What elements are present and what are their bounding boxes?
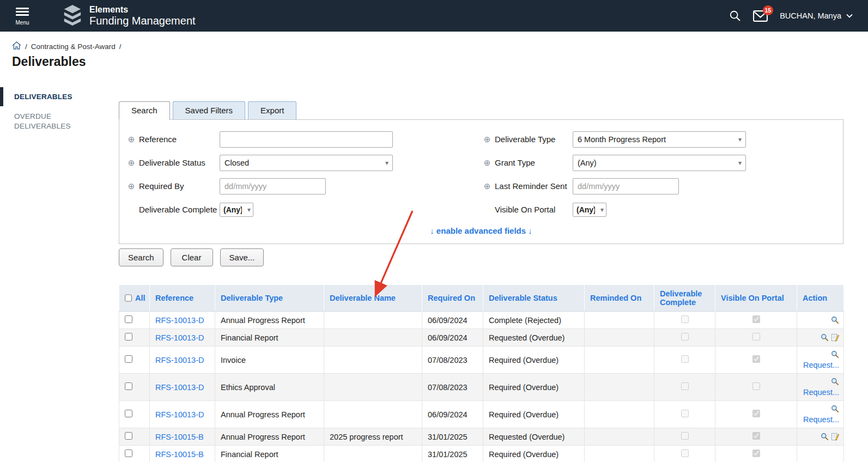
reference-link[interactable]: RFS-10015-B [155, 450, 204, 459]
request-link[interactable]: Request... [803, 361, 839, 369]
required-on-header[interactable]: Required On [422, 285, 483, 312]
brand-product: Funding Management [89, 15, 196, 27]
deliverable-complete-checkbox [681, 315, 689, 323]
deliverable-name-header[interactable]: Deliverable Name [324, 285, 422, 312]
deliverable-name-cell [324, 346, 422, 374]
deliverable-type-field-row: ⊕ Deliverable Type 6 Month Progress Repo… [483, 127, 831, 151]
reference-link[interactable]: RFS-10013-D [155, 383, 204, 392]
view-icon[interactable] [831, 350, 839, 358]
deliverable-status-header[interactable]: Deliverable Status [483, 285, 585, 312]
deliverable-status-label: Deliverable Status [139, 158, 205, 167]
row-select-checkbox[interactable] [125, 355, 132, 363]
enable-advanced-fields-link[interactable]: ↓ enable advanced fields ↓ [430, 226, 532, 235]
deliverable-complete-header[interactable]: Deliverable Complete [654, 285, 715, 312]
deliverable-status-select[interactable]: Closed [220, 155, 393, 171]
deliverable-type-select[interactable]: 6 Month Progress Report [573, 131, 746, 148]
request-link[interactable]: Request... [803, 415, 839, 424]
last-reminder-field-row: ⊕ Last Reminder Sent [483, 174, 831, 198]
advanced-toggle-icon[interactable]: ⊕ [127, 135, 136, 144]
required-by-label: Required By [139, 181, 184, 191]
row-select-checkbox[interactable] [125, 382, 132, 390]
reference-link[interactable]: RFS-10013-D [155, 410, 204, 419]
tab-saved-filters[interactable]: Saved Filters [173, 101, 246, 119]
visible-on-portal-select[interactable]: (Any) [573, 203, 606, 217]
breadcrumb-separator: / [25, 42, 27, 51]
deliverable-type-cell: Annual Progress Report [215, 312, 324, 329]
row-select-checkbox[interactable] [125, 449, 132, 457]
deliverable-status-cell: Requested (Overdue) [483, 329, 585, 346]
deliverable-complete-label: Deliverable Complete [139, 205, 217, 214]
required-on-cell: 07/08/2023 [422, 346, 483, 374]
menu-button[interactable]: Menu [7, 0, 38, 32]
advanced-toggle-icon[interactable]: ⊕ [127, 158, 136, 168]
grant-type-select[interactable]: (Any) [573, 155, 746, 171]
tab-search[interactable]: Search [119, 101, 170, 120]
deliverable-complete-select[interactable]: (Any) [220, 203, 253, 217]
user-menu[interactable]: BUCHAN, Manya [780, 11, 853, 20]
reference-link[interactable]: RFS-10013-D [155, 316, 204, 325]
home-link[interactable] [12, 41, 21, 51]
deliverable-complete-checkbox [681, 382, 689, 390]
reference-link[interactable]: RFS-10013-D [155, 333, 204, 342]
visible-on-portal-checkbox [752, 410, 760, 417]
search-button[interactable] [729, 10, 741, 22]
visible-on-portal-header[interactable]: Visible On Portal [715, 285, 797, 312]
sidebar-item-deliverables[interactable]: DELIVERABLES [0, 87, 112, 106]
reference-link[interactable]: RFS-10013-D [155, 356, 204, 364]
visible-on-portal-checkbox [752, 382, 760, 390]
user-name: BUCHAN, Manya [780, 11, 841, 20]
row-select-checkbox[interactable] [125, 333, 132, 341]
reminded-on-cell [585, 312, 654, 329]
view-icon[interactable] [831, 316, 839, 324]
edit-icon[interactable] [831, 433, 839, 441]
required-by-date-input[interactable] [220, 178, 326, 194]
advanced-toggle-icon[interactable]: ⊕ [127, 181, 136, 191]
search-button-form[interactable]: Search [119, 248, 163, 266]
visible-on-portal-field-row: ⊕ Visible On Portal (Any) [483, 198, 831, 221]
save-button[interactable]: Save... [220, 248, 264, 266]
advanced-toggle-icon[interactable]: ⊕ [483, 181, 491, 191]
table-row: RFS-10013-D Annual Progress Report 06/09… [119, 401, 844, 428]
advanced-toggle-icon[interactable]: ⊕ [483, 135, 491, 144]
table-header-row: All Reference Deliverable Type Deliverab… [119, 285, 844, 312]
row-select-checkbox[interactable] [125, 315, 132, 323]
view-icon[interactable] [821, 433, 829, 441]
sidebar-item-label: OVERDUE DELIVERABLES [14, 112, 71, 130]
chevron-down-icon [846, 14, 853, 18]
sidebar-item-overdue-deliverables[interactable]: OVERDUE DELIVERABLES [0, 106, 93, 137]
reference-link[interactable]: RFS-10015-B [155, 433, 204, 441]
required-on-cell: 06/09/2024 [422, 401, 483, 428]
deliverable-status-cell: Required (Overdue) [483, 401, 585, 428]
tab-export[interactable]: Export [248, 101, 296, 119]
last-reminder-date-input[interactable] [573, 178, 679, 194]
reminded-on-header[interactable]: Reminded On [585, 285, 654, 312]
select-all-checkbox[interactable] [125, 294, 132, 302]
row-select-checkbox[interactable] [125, 410, 132, 417]
visible-on-portal-checkbox [752, 355, 760, 363]
reference-input[interactable] [220, 131, 393, 148]
deliverable-type-cell: Financial Report [215, 329, 324, 346]
reference-label: Reference [139, 135, 177, 144]
last-reminder-label: Last Reminder Sent [495, 181, 567, 191]
required-on-cell: 07/08/2023 [422, 374, 483, 401]
reminded-on-cell [585, 401, 654, 428]
table-row: RFS-10013-D Financial Report 06/09/2024 … [119, 329, 844, 346]
row-select-checkbox[interactable] [125, 432, 132, 440]
deliverables-table-body: RFS-10013-D Annual Progress Report 06/09… [119, 312, 844, 462]
breadcrumb-section-link[interactable]: Contracting & Post-Award [31, 42, 116, 51]
clear-button[interactable]: Clear [171, 248, 213, 266]
view-icon[interactable] [831, 405, 839, 413]
request-link[interactable]: Request... [803, 388, 839, 397]
deliverable-type-header[interactable]: Deliverable Type [215, 285, 324, 312]
deliverable-complete-checkbox [681, 333, 689, 341]
edit-icon[interactable] [831, 333, 839, 342]
view-icon[interactable] [821, 333, 829, 342]
advanced-toggle-icon[interactable]: ⊕ [483, 158, 491, 168]
reference-header[interactable]: Reference [150, 285, 215, 312]
table-row: RFS-10013-D Ethics Approval 07/08/2023 R… [119, 374, 844, 401]
deliverable-status-cell: Required (Overdue) [483, 346, 585, 374]
table-row: RFS-10013-D Annual Progress Report 06/09… [119, 312, 844, 329]
view-icon[interactable] [831, 378, 839, 386]
messages-button[interactable]: 15 [753, 10, 768, 22]
brand-name: Elements [89, 5, 196, 15]
